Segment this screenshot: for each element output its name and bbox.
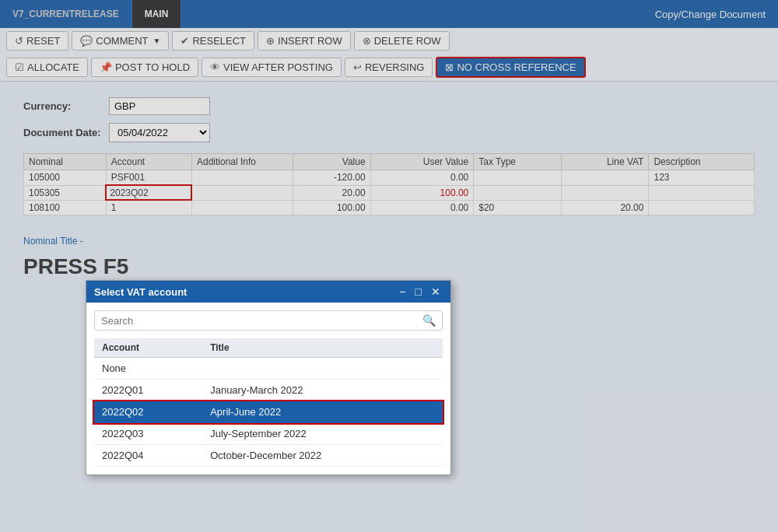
vat-account: 2022Q01 [94, 380, 202, 401]
search-input[interactable] [101, 315, 422, 327]
vat-account: 2022Q03 [94, 423, 202, 445]
vat-modal: Select VAT account − □ ✕ 🔍 Account Title… [86, 280, 451, 475]
vat-account-selected: 2022Q02 [94, 401, 202, 423]
modal-minimize-button[interactable]: − [397, 285, 408, 298]
vat-row[interactable]: 2022Q03 July-September 2022 [94, 423, 443, 445]
vat-row[interactable]: 2022Q01 January-March 2022 [94, 380, 443, 401]
modal-controls: − □ ✕ [397, 285, 443, 298]
search-box: 🔍 [94, 310, 443, 331]
vat-title: October-December 2022 [202, 445, 443, 467]
vat-none-cell: None [94, 358, 443, 380]
search-icon: 🔍 [422, 314, 436, 327]
vat-table: Account Title None 2022Q01 January-March… [94, 338, 443, 467]
modal-title: Select VAT account [94, 286, 187, 298]
vat-row-none[interactable]: None [94, 358, 443, 380]
modal-body: 🔍 Account Title None 2022Q01 January-Mar… [86, 303, 450, 474]
vat-title: January-March 2022 [202, 380, 443, 401]
vat-th-account: Account [94, 338, 202, 358]
vat-title: July-September 2022 [202, 423, 443, 445]
modal-maximize-button[interactable]: □ [413, 285, 424, 298]
vat-row-selected[interactable]: 2022Q02 April-June 2022 [94, 401, 443, 423]
vat-th-title: Title [202, 338, 443, 358]
vat-account: 2022Q04 [94, 445, 202, 467]
vat-header-row: Account Title [94, 338, 443, 358]
vat-title-selected: April-June 2022 [202, 401, 443, 423]
modal-titlebar: Select VAT account − □ ✕ [86, 281, 450, 303]
modal-close-button[interactable]: ✕ [429, 285, 443, 298]
vat-row[interactable]: 2022Q04 October-December 2022 [94, 445, 443, 467]
